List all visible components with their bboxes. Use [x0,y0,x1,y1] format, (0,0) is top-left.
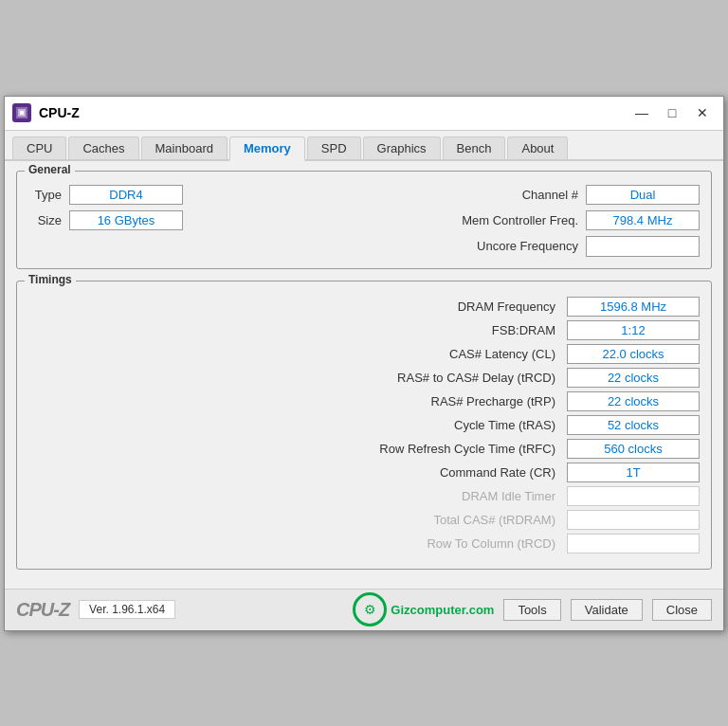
general-fields: Type DDR4 Size 16 GBytes Channel # Dual … [28,185,700,257]
timing-label: Row Refresh Cycle Time (tRFC) [28,442,567,456]
tab-cpu[interactable]: CPU [12,136,66,159]
tab-about[interactable]: About [507,136,568,159]
type-row: Type DDR4 [28,185,183,205]
size-value: 16 GBytes [69,210,183,230]
tools-button[interactable]: Tools [503,599,560,621]
timing-label: RAS# to CAS# Delay (tRCD) [28,371,567,385]
footer: CPU-Z Ver. 1.96.1.x64 ⚙ Gizcomputer.com … [5,589,723,630]
timing-label: DRAM Idle Timer [28,489,567,503]
mem-controller-row: Mem Controller Freq. 798.4 MHz [202,210,700,230]
app-icon [12,103,31,122]
timing-label: Row To Column (tRCD) [28,536,567,551]
mem-controller-value: 798.4 MHz [586,210,700,230]
footer-version: Ver. 1.96.1.x64 [79,600,175,619]
timing-value: 22 clocks [567,391,700,411]
tab-mainboard[interactable]: Mainboard [141,136,228,159]
timing-row: DRAM Idle Timer [28,486,700,506]
close-button-footer[interactable]: Close [652,599,712,621]
tab-memory[interactable]: Memory [229,136,305,161]
uncore-value [586,236,700,257]
timing-value [567,534,700,554]
timing-row: RAS# Precharge (tRP)22 clocks [28,391,700,411]
timings-group: Timings DRAM Frequency1596.8 MHzFSB:DRAM… [16,281,712,570]
timing-value: 22 clocks [567,368,700,388]
timing-row: CAS# Latency (CL)22.0 clocks [28,344,700,364]
tab-spd[interactable]: SPD [307,136,361,159]
validate-button[interactable]: Validate [571,599,643,621]
timing-value: 1:12 [567,320,700,340]
tab-bar: CPU Caches Mainboard Memory SPD Graphics… [5,131,723,161]
window-title: CPU-Z [39,105,628,120]
timing-row: Row To Column (tRCD) [28,534,700,554]
size-row: Size 16 GBytes [28,210,183,230]
channel-label: Channel # [522,188,578,202]
channel-value: Dual [586,185,700,205]
timing-value: 52 clocks [567,415,700,435]
timing-label: Command Rate (CR) [28,465,567,480]
timing-label: RAS# Precharge (tRP) [28,394,567,408]
svg-rect-2 [20,111,24,115]
footer-site: Gizcomputer.com [391,603,494,617]
left-fields: Type DDR4 Size 16 GBytes [28,185,183,257]
type-label: Type [28,188,62,202]
timings-table: DRAM Frequency1596.8 MHzFSB:DRAM1:12CAS#… [28,297,700,554]
general-group: General Type DDR4 Size 16 GBytes Channel… [16,171,712,269]
timing-value: 1T [567,463,700,482]
tab-bench[interactable]: Bench [443,136,506,159]
footer-watermark: ⚙ Gizcomputer.com [353,592,494,626]
type-value: DDR4 [69,185,183,205]
close-button[interactable]: ✕ [689,103,716,122]
main-window: CPU-Z — □ ✕ CPU Caches Mainboard Memory … [4,96,724,631]
window-controls: — □ ✕ [628,103,716,122]
timing-label: FSB:DRAM [28,323,567,337]
timings-group-label: Timings [25,273,76,286]
titlebar: CPU-Z — □ ✕ [5,97,723,131]
tab-graphics[interactable]: Graphics [363,136,441,159]
timing-value: 1596.8 MHz [567,297,700,317]
uncore-row: Uncore Frequency [202,236,700,257]
minimize-button[interactable]: — [628,103,655,122]
tab-caches[interactable]: Caches [68,136,138,159]
channel-row: Channel # Dual [202,185,700,205]
maximize-button[interactable]: □ [659,103,685,122]
timing-row: DRAM Frequency1596.8 MHz [28,297,700,317]
timing-value [567,486,700,506]
timing-value: 560 clocks [567,439,700,459]
timing-value [567,510,700,530]
gear-icon: ⚙ [353,592,387,626]
timing-label: Cycle Time (tRAS) [28,418,567,432]
timing-label: DRAM Frequency [28,299,567,314]
uncore-label: Uncore Frequency [477,239,578,253]
timing-row: Total CAS# (tRDRAM) [28,510,700,530]
timing-label: Total CAS# (tRDRAM) [28,513,567,527]
timing-row: RAS# to CAS# Delay (tRCD)22 clocks [28,368,700,388]
timing-row: Command Rate (CR)1T [28,463,700,482]
main-content: General Type DDR4 Size 16 GBytes Channel… [5,161,723,589]
right-fields: Channel # Dual Mem Controller Freq. 798.… [202,185,700,257]
timing-row: Row Refresh Cycle Time (tRFC)560 clocks [28,439,700,459]
timing-row: Cycle Time (tRAS)52 clocks [28,415,700,435]
timing-label: CAS# Latency (CL) [28,347,567,361]
size-label: Size [28,213,62,227]
timing-value: 22.0 clocks [567,344,700,364]
timing-row: FSB:DRAM1:12 [28,320,700,340]
general-group-label: General [25,163,75,176]
mem-controller-label: Mem Controller Freq. [462,213,578,227]
footer-logo: CPU-Z [16,599,69,621]
